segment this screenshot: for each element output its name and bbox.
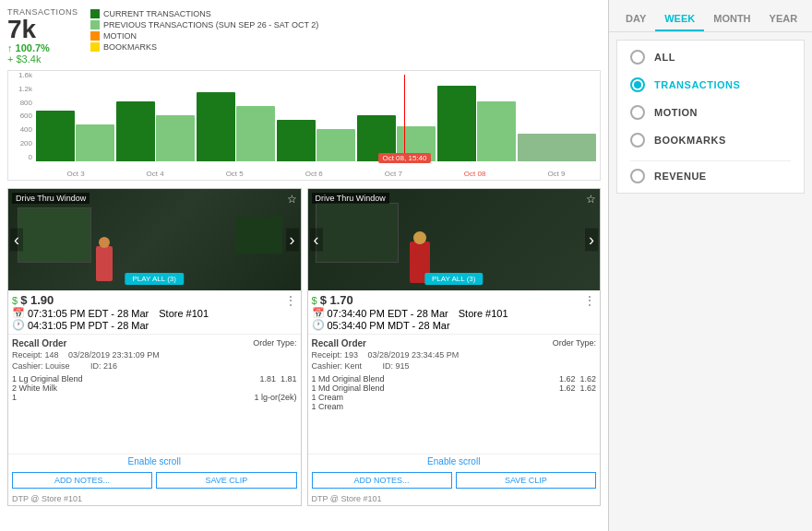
tab-year[interactable]: YEAR xyxy=(760,7,807,31)
video-thumbnail-1[interactable]: Drive Thru Window ☆ ‹ › PLAY ALL (3) xyxy=(8,189,301,290)
radio-bookmarks[interactable] xyxy=(630,133,645,148)
radio-all[interactable] xyxy=(630,50,645,65)
radio-transactions-fill xyxy=(634,81,641,88)
bar-group-oct9 xyxy=(518,134,596,161)
bar-oct6-prev xyxy=(316,129,355,161)
receipt-meta-1: Receipt: 148 03/28/2019 23:31:09 PM xyxy=(12,350,297,360)
bookmark-icon-1[interactable]: ☆ xyxy=(287,193,297,206)
receipt-item-2-4: 1 Cream xyxy=(312,402,597,411)
three-dot-menu-2[interactable]: ⋮ xyxy=(583,293,596,308)
receipt-title-1: Recall Order xyxy=(12,338,66,348)
clock-icon-1: 🕐 xyxy=(12,319,25,331)
bar-oct4-current xyxy=(116,101,155,161)
bar-group-oct4 xyxy=(116,101,195,161)
store-label-2: DTP @ Store #101 xyxy=(308,492,601,505)
legend-bookmarks: BOOKMARKS xyxy=(90,42,318,52)
tab-month[interactable]: MONTH xyxy=(704,7,759,31)
receipt-title-2: Recall Order xyxy=(312,338,366,348)
transactions-count: 7k xyxy=(7,17,81,42)
video-label-2: Drive Thru Window xyxy=(312,193,389,204)
main-container: TRANSACTIONS 7k ↑ 100.7% + $3.4k CURRENT… xyxy=(0,0,812,531)
transactions-stat: TRANSACTIONS 7k ↑ 100.7% + $3.4k xyxy=(7,7,81,65)
next-arrow-2[interactable]: › xyxy=(585,229,598,252)
filter-motion-label: MOTION xyxy=(654,107,698,118)
add-notes-btn-2[interactable]: ADD NOTES... xyxy=(312,472,452,489)
bar-oct8-current xyxy=(437,86,476,161)
receipt-cashier-2: Cashier: Kent ID: 915 xyxy=(312,361,597,371)
order-type-label-1: Order Type: xyxy=(253,338,296,348)
prev-arrow-1[interactable]: ‹ xyxy=(10,229,23,252)
bookmark-icon-2[interactable]: ☆ xyxy=(586,193,596,206)
legend-current-label: CURRENT TRANSACTIONS xyxy=(103,9,211,18)
receipt-item-1-3: 1 1 lg-or(2ek) xyxy=(12,393,297,402)
receipt-item-2-3: 1 Cream xyxy=(312,393,597,402)
filter-revenue[interactable]: REVENUE xyxy=(630,169,791,183)
receipt-meta-2: Receipt: 193 03/28/2019 23:34:45 PM xyxy=(312,350,597,360)
radio-revenue[interactable] xyxy=(630,169,645,183)
play-all-btn-2[interactable]: PLAY ALL (3) xyxy=(424,273,483,285)
bar-group-oct6 xyxy=(277,120,355,161)
save-clip-btn-1[interactable]: SAVE CLIP xyxy=(156,472,296,489)
trans-price-1: $ 1.90 xyxy=(20,293,54,307)
transactions-sub: + $3.4k xyxy=(7,53,81,65)
receipt-item-2-1: 1 Md Original Blend 1.62 1.62 xyxy=(312,374,597,384)
legend-motion: MOTION xyxy=(90,31,318,41)
enable-scroll-2[interactable]: Enable scroll xyxy=(308,454,601,468)
filter-bookmarks[interactable]: BOOKMARKS xyxy=(630,133,791,148)
selected-date-badge: Oct 08, 15:40 xyxy=(378,153,430,163)
receipt-item-2-2: 1 Md Original Blend 1.62 1.62 xyxy=(312,384,597,393)
legend-motion-label: MOTION xyxy=(103,31,137,41)
radio-transactions[interactable] xyxy=(630,77,645,92)
receipt-items-1: 1 Lg Original Blend 1.81 1.81 2 White Mi… xyxy=(12,374,297,402)
chart-legend: CURRENT TRANSACTIONS PREVIOUS TRANSACTIO… xyxy=(90,9,318,53)
trans-time1-1: 📅 07:31:05 PM EDT - 28 Mar Store #101 xyxy=(12,307,209,319)
filter-bookmarks-label: BOOKMARKS xyxy=(654,135,726,146)
order-type-label-2: Order Type: xyxy=(553,338,596,348)
receipt-area-1: Recall Order Order Type: Receipt: 148 03… xyxy=(8,335,301,454)
action-buttons-2: ADD NOTES... SAVE CLIP xyxy=(308,468,601,492)
action-buttons-1: ADD NOTES... SAVE CLIP xyxy=(8,468,301,492)
bar-oct5-prev xyxy=(236,106,275,161)
legend-bookmarks-label: BOOKMARKS xyxy=(103,42,157,52)
filter-motion[interactable]: MOTION xyxy=(630,105,791,120)
clock-icon-2: 🕐 xyxy=(312,319,325,331)
video-thumbnail-2[interactable]: Drive Thru Window ☆ ‹ › PLAY ALL (3) xyxy=(308,189,601,290)
filter-revenue-label: REVENUE xyxy=(654,171,707,182)
calendar-icon-1: 📅 xyxy=(12,307,25,319)
video-card-1: Drive Thru Window ☆ ‹ › PLAY ALL (3) $ $… xyxy=(7,188,302,506)
save-clip-btn-2[interactable]: SAVE CLIP xyxy=(456,472,596,489)
dollar-icon-2: $ xyxy=(312,295,317,306)
chart-area[interactable]: 1.6k 1.2k 800 600 400 200 0 xyxy=(7,70,601,181)
trans-left-2: $ $ 1.70 📅 07:34:40 PM EDT - 28 Mar Stor… xyxy=(312,293,508,331)
add-notes-btn-1[interactable]: ADD NOTES... xyxy=(12,472,152,489)
trans-info-1: $ $ 1.90 📅 07:31:05 PM EDT - 28 Mar Stor… xyxy=(8,290,301,335)
dollar-icon-1: $ xyxy=(12,295,18,306)
bar-oct6-current xyxy=(277,120,316,161)
stats-bar: TRANSACTIONS 7k ↑ 100.7% + $3.4k CURRENT… xyxy=(7,7,601,65)
legend-previous: PREVIOUS TRANSACTIONS (SUN SEP 26 - SAT … xyxy=(90,20,318,30)
three-dot-menu-1[interactable]: ⋮ xyxy=(284,293,297,308)
receipt-item-1-1: 1 Lg Original Blend 1.81 1.81 xyxy=(12,374,297,384)
trans-left-1: $ $ 1.90 📅 07:31:05 PM EDT - 28 Mar Stor… xyxy=(12,293,209,331)
left-panel: TRANSACTIONS 7k ↑ 100.7% + $3.4k CURRENT… xyxy=(0,0,609,531)
radio-motion[interactable] xyxy=(630,105,645,120)
bar-group-oct3 xyxy=(36,111,114,161)
chart-bars xyxy=(36,75,596,161)
legend-current: CURRENT TRANSACTIONS xyxy=(90,9,318,18)
tab-day[interactable]: DAY xyxy=(616,7,655,31)
red-marker-line xyxy=(404,75,405,161)
prev-arrow-2[interactable]: ‹ xyxy=(310,229,323,252)
receipt-header-2: Recall Order Order Type: xyxy=(312,338,597,348)
next-arrow-1[interactable]: › xyxy=(286,229,299,252)
motion-color-swatch xyxy=(90,31,100,41)
x-axis: Oct 3 Oct 4 Oct 5 Oct 6 Oct 7 Oct 08 Oct… xyxy=(36,170,596,178)
video-label-1: Drive Thru Window xyxy=(12,193,90,204)
filter-all[interactable]: ALL xyxy=(630,50,791,65)
play-all-btn-1[interactable]: PLAY ALL (3) xyxy=(125,273,184,285)
trans-time1-2: 📅 07:34:40 PM EDT - 28 Mar Store #101 xyxy=(312,307,508,319)
y-axis: 1.6k 1.2k 800 600 400 200 0 xyxy=(8,71,34,161)
bar-oct3-prev xyxy=(76,124,114,161)
filter-transactions[interactable]: TRANSACTIONS xyxy=(630,77,791,92)
tab-week[interactable]: WEEK xyxy=(655,7,704,31)
enable-scroll-1[interactable]: Enable scroll xyxy=(8,454,301,468)
